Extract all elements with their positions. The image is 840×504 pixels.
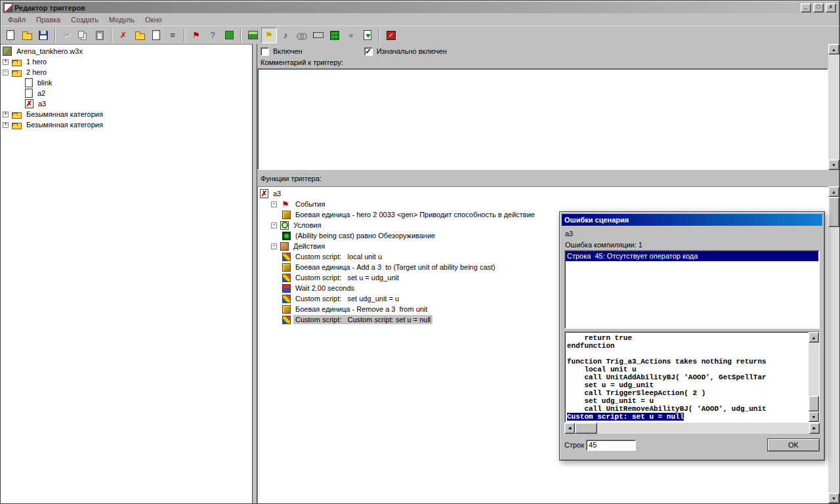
new-action-button[interactable] xyxy=(221,28,237,43)
script-errors-dialog: Ошибки сценария a3 Ошибка компиляции: 1 … xyxy=(559,211,825,461)
close-button[interactable]: ✗ xyxy=(826,3,836,12)
tree-item-label: blink xyxy=(35,78,54,87)
wait-icon xyxy=(282,284,291,293)
tree-item[interactable]: -2 hero xyxy=(1,67,252,77)
sound-editor-button[interactable]: ♪ xyxy=(278,28,293,43)
delete-trigger-button[interactable]: ✗ xyxy=(116,28,131,43)
error-list[interactable]: Строка 45: Отсутствует оператор кода xyxy=(564,250,820,329)
enabled-label: Включен xyxy=(273,47,303,55)
ai-editor-button[interactable] xyxy=(327,28,343,43)
scroll-right-icon[interactable]: ► xyxy=(809,423,820,434)
new-comment-button[interactable]: ≡ xyxy=(165,28,180,43)
folder-icon xyxy=(12,70,22,77)
menu-edit[interactable]: Правка xyxy=(31,14,66,25)
terrain-editor-button[interactable] xyxy=(245,28,261,43)
menu-window[interactable]: Окно xyxy=(140,14,167,25)
initially-on-checkbox[interactable]: ✓ xyxy=(364,47,373,56)
script-icon xyxy=(282,253,291,261)
scroll-up-icon[interactable]: ▲ xyxy=(828,186,839,197)
save-map-button[interactable] xyxy=(35,28,51,43)
trigger-editor-button[interactable]: ⚑ xyxy=(261,28,277,43)
unit-icon xyxy=(282,211,291,219)
scrollbar-track[interactable] xyxy=(828,197,839,493)
scroll-down-icon[interactable]: ▼ xyxy=(828,159,839,170)
tree-item[interactable]: +Безымянная категория xyxy=(1,119,252,130)
code-hscrollbar[interactable]: ◄ ► xyxy=(564,423,820,434)
enabled-checkbox[interactable] xyxy=(261,47,269,56)
code-lines[interactable]: return trueendfunctionfunction Trig_a3_A… xyxy=(565,332,808,422)
ai-editor-icon xyxy=(330,31,339,40)
import-manager-button[interactable] xyxy=(360,28,375,43)
scroll-up-icon[interactable]: ▲ xyxy=(828,44,839,54)
tree-item[interactable]: -События xyxy=(258,199,828,209)
tree-item[interactable]: Arena_tankhero.w3x xyxy=(1,46,252,56)
event-flag-icon xyxy=(280,199,291,209)
maximize-button[interactable]: □ xyxy=(813,3,824,12)
tree-item[interactable]: a3 xyxy=(1,98,252,109)
tree-item[interactable]: a3 xyxy=(258,188,828,199)
code-line: return true xyxy=(567,334,808,342)
tree-item-label: Custom script: local unit u xyxy=(293,252,384,261)
object-manager-button[interactable]: ● xyxy=(343,28,359,43)
toolbar-separator xyxy=(379,29,380,42)
campaign-editor-button[interactable] xyxy=(310,28,326,43)
tree-item[interactable]: a2 xyxy=(1,88,252,98)
trigger-icon xyxy=(25,78,33,87)
scroll-down-icon[interactable]: ▼ xyxy=(828,493,839,503)
code-line: set u = udg_unit xyxy=(567,381,808,389)
code-vscrollbar[interactable]: ▲ ▼ xyxy=(808,332,819,422)
scrollbar-track[interactable] xyxy=(808,343,819,411)
menu-create[interactable]: Создать xyxy=(66,14,104,25)
collapse-icon[interactable]: - xyxy=(271,243,277,249)
tree-item-label: a3 xyxy=(36,99,48,108)
open-map-button[interactable] xyxy=(19,28,35,43)
new-condition-button[interactable]: ? xyxy=(205,28,220,43)
expand-icon[interactable]: + xyxy=(3,112,9,117)
error-list-item[interactable]: Строка 45: Отсутствует оператор кода xyxy=(566,251,818,261)
toolbar-separator xyxy=(184,29,185,42)
code-line xyxy=(567,350,808,358)
collapse-icon[interactable]: - xyxy=(271,222,277,228)
copy-button xyxy=(75,28,91,43)
script-checker-button[interactable] xyxy=(383,28,399,43)
comment-scrollbar[interactable]: ▲ ▼ xyxy=(828,44,839,170)
scrollbar-thumb[interactable] xyxy=(808,396,819,411)
scrollbar-thumb[interactable] xyxy=(575,423,597,434)
new-map-button[interactable] xyxy=(3,28,18,43)
titlebar[interactable]: Редактор триггеров _ □ ✗ xyxy=(3,2,837,13)
tree-item-label: a2 xyxy=(35,89,47,98)
scroll-down-icon[interactable]: ▼ xyxy=(808,411,819,422)
tree-item[interactable]: +1 hero xyxy=(1,56,252,67)
collapse-icon[interactable]: - xyxy=(271,201,277,207)
code-line: set udg_unit = u xyxy=(567,397,808,405)
scrollbar-track[interactable] xyxy=(575,423,809,434)
code-line: call UnitAddAbilityBJ( 'AOOD', GetSpellT… xyxy=(567,373,808,381)
tree-item[interactable]: +Безымянная категория xyxy=(1,109,252,119)
expand-icon[interactable]: + xyxy=(3,59,9,65)
tree-item-label: Безымянная категория xyxy=(24,110,105,119)
tree-item-label: Безымянная категория xyxy=(24,120,105,129)
ok-button[interactable]: OK xyxy=(767,438,820,452)
line-number-input[interactable] xyxy=(586,440,636,451)
scroll-up-icon[interactable]: ▲ xyxy=(808,332,819,343)
object-editor-button[interactable] xyxy=(294,28,310,43)
new-trigger-button[interactable] xyxy=(148,28,164,43)
panel-splitter[interactable] xyxy=(252,44,257,503)
functions-scrollbar[interactable]: ▲ ▼ xyxy=(828,186,839,503)
scrollbar-track[interactable] xyxy=(828,54,839,159)
tree-item[interactable]: blink xyxy=(1,77,252,88)
dialog-titlebar[interactable]: Ошибки сценария xyxy=(562,214,822,226)
tree-item-label: Wait 2.00 seconds xyxy=(293,284,356,293)
trigger-editor-icon: ⚑ xyxy=(263,30,275,41)
collapse-icon[interactable]: - xyxy=(3,70,9,75)
scrollbar-thumb[interactable] xyxy=(828,197,839,227)
minimize-button[interactable]: _ xyxy=(801,3,811,12)
new-category-button[interactable] xyxy=(132,28,148,43)
scroll-left-icon[interactable]: ◄ xyxy=(564,423,575,434)
menu-file[interactable]: Файл xyxy=(3,14,31,25)
comment-textarea[interactable] xyxy=(257,68,828,170)
menu-module[interactable]: Модуль xyxy=(104,14,140,25)
new-event-button[interactable]: ⚑ xyxy=(188,28,204,43)
paste-icon xyxy=(96,31,104,40)
expand-icon[interactable]: + xyxy=(3,122,9,128)
